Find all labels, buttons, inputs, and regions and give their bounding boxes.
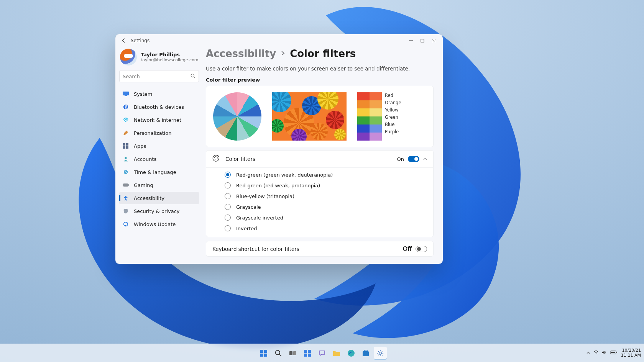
svg-rect-33 (308, 354, 311, 357)
filter-option[interactable]: Red-green (red weak, protanopia) (206, 180, 433, 191)
wifi-icon[interactable] (593, 350, 599, 356)
back-button[interactable] (118, 35, 129, 46)
chevron-right-icon (281, 50, 285, 57)
sidebar-item-label: Apps (134, 143, 146, 149)
filter-option[interactable]: Inverted (206, 223, 433, 234)
svg-rect-22 (260, 350, 263, 353)
chevron-up-icon (423, 157, 427, 162)
tray-clock[interactable]: 10/20/21 11:11 AM (621, 348, 641, 357)
svg-line-42 (378, 351, 379, 352)
svg-rect-23 (264, 350, 267, 353)
palette-icon (212, 154, 220, 164)
sidebar-item-system[interactable]: System (119, 88, 199, 100)
network-icon (122, 116, 129, 123)
swatch (370, 92, 382, 100)
swatch (370, 116, 382, 124)
svg-rect-28 (289, 351, 292, 355)
palette-preview: RedOrangeYellowGreenBluePurple (357, 92, 401, 141)
svg-rect-6 (125, 95, 127, 96)
svg-rect-15 (123, 183, 129, 187)
search-icon (191, 73, 196, 80)
svg-rect-48 (611, 352, 615, 353)
sidebar-item-accounts[interactable]: Accounts (119, 153, 199, 165)
sidebar-item-label: Gaming (134, 182, 153, 188)
sidebar-item-network[interactable]: Network & internet (119, 114, 199, 126)
color-filters-toggle[interactable] (408, 156, 419, 162)
sidebar-item-gaming[interactable]: Gaming (119, 179, 199, 191)
breadcrumb-parent[interactable]: Accessibility (206, 48, 276, 59)
search-box[interactable] (119, 70, 199, 82)
svg-rect-25 (264, 354, 267, 357)
palette-label: Red (385, 93, 401, 98)
shield-icon (122, 208, 129, 215)
swatch (370, 100, 382, 108)
color-filters-state: On (397, 156, 404, 162)
shortcut-state: Off (402, 245, 412, 252)
close-button[interactable] (428, 35, 440, 46)
maximize-button[interactable] (417, 35, 428, 46)
bluetooth-icon (122, 103, 129, 110)
taskbar-edge[interactable] (345, 347, 358, 360)
tray-overflow-icon[interactable] (586, 351, 590, 355)
swatch (357, 124, 370, 133)
svg-line-45 (382, 351, 383, 352)
keyboard-shortcut-card[interactable]: Keyboard shortcut for color filters Off (206, 241, 434, 257)
filter-option[interactable]: Grayscale (206, 201, 433, 212)
gaming-icon (122, 182, 129, 188)
svg-line-27 (279, 354, 281, 356)
svg-point-13 (125, 157, 127, 159)
taskbar-search[interactable] (272, 347, 285, 360)
swatch (357, 100, 370, 108)
color-filters-header[interactable]: Color filters On (206, 151, 433, 167)
sidebar-item-personalization[interactable]: Personalization (119, 127, 199, 139)
taskbar-taskview[interactable] (286, 347, 299, 360)
taskbar[interactable]: 10/20/21 11:11 AM (0, 344, 644, 362)
filter-option[interactable]: Grayscale inverted (206, 212, 433, 223)
sidebar-item-accessibility[interactable]: Accessibility (119, 192, 199, 204)
filter-option[interactable]: Red-green (green weak, deuteranopia) (206, 169, 433, 180)
system-tray[interactable]: 10/20/21 11:11 AM (586, 344, 641, 362)
sidebar-item-windows-update[interactable]: Windows Update (119, 218, 199, 230)
filter-option[interactable]: Blue-yellow (tritanopia) (206, 191, 433, 201)
apps-icon (122, 143, 129, 149)
sidebar-item-bluetooth[interactable]: Bluetooth & devices (119, 101, 199, 113)
shortcut-toggle[interactable] (416, 246, 427, 252)
svg-point-16 (125, 196, 127, 197)
swatch (370, 124, 382, 133)
title-bar[interactable]: Settings (115, 34, 443, 47)
user-account-header[interactable]: Taylor Phillips taylor@bellowscollege.co… (119, 47, 199, 69)
taskbar-chat[interactable] (315, 347, 329, 360)
taskbar-explorer[interactable] (330, 347, 343, 360)
taskbar-settings[interactable] (374, 347, 387, 360)
radio-icon (225, 193, 231, 199)
search-input[interactable] (123, 74, 191, 79)
start-button[interactable] (257, 347, 270, 360)
svg-rect-31 (308, 350, 311, 353)
swatch (357, 116, 370, 124)
settings-window: Settings Taylor Phillips taylor@bellowsc… (115, 34, 443, 264)
sidebar-item-time-language[interactable]: Time & language (119, 166, 199, 178)
taskbar-store[interactable] (359, 347, 372, 360)
svg-rect-2 (421, 39, 424, 42)
sidebar-item-security[interactable]: Security & privacy (119, 205, 199, 217)
swatch (357, 133, 370, 141)
main-content: Accessibility Color filters Use a color … (203, 47, 443, 264)
svg-rect-5 (123, 92, 129, 95)
volume-icon[interactable] (602, 350, 607, 356)
svg-point-19 (215, 156, 216, 157)
battery-icon[interactable] (610, 351, 617, 355)
personalization-icon (122, 129, 129, 136)
shortcut-label: Keyboard shortcut for color filters (212, 246, 299, 252)
sidebar-item-label: Network & internet (134, 117, 181, 123)
svg-point-34 (348, 350, 355, 357)
filter-option-label: Grayscale (236, 204, 261, 210)
taskbar-widgets[interactable] (301, 347, 314, 360)
sidebar-item-label: Security & privacy (134, 208, 180, 214)
sidebar-item-apps[interactable]: Apps (119, 140, 199, 152)
svg-rect-36 (364, 350, 367, 352)
breadcrumb: Accessibility Color filters (206, 48, 434, 59)
minimize-button[interactable] (405, 35, 417, 46)
filter-option-label: Grayscale inverted (236, 215, 283, 221)
svg-rect-9 (123, 143, 125, 146)
sidebar-nav: System Bluetooth & devices Network & int… (119, 88, 199, 230)
